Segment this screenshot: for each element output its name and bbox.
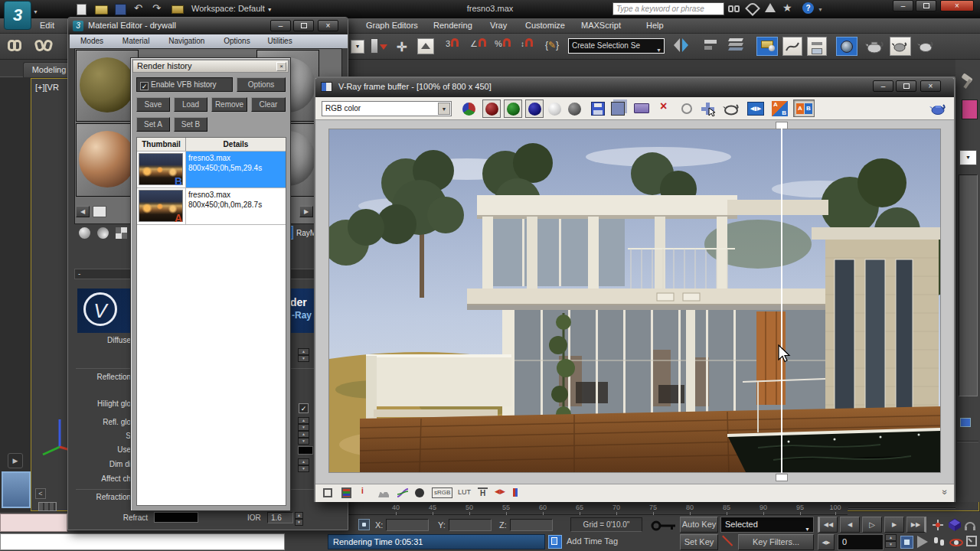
layers-stack-icon[interactable]	[729, 38, 743, 51]
vfb-close[interactable]: ×	[920, 80, 941, 92]
track-mouse-icon[interactable]	[681, 103, 692, 114]
srgb-icon[interactable]: sRGB	[432, 487, 452, 498]
slots-scroll-left[interactable]: ◀	[76, 206, 90, 217]
vfb-channel-dropdown[interactable]: RGB color▼	[322, 101, 452, 116]
named-selection-icon[interactable]: {✎}	[545, 40, 559, 51]
col-thumbnail[interactable]: Thumbnail	[137, 138, 186, 151]
add-time-tag[interactable]: Add Time Tag	[567, 536, 618, 546]
orbit-icon[interactable]	[949, 536, 963, 551]
search-input[interactable]: Type a keyword or phrase	[612, 2, 724, 15]
maxscript-listener-pink[interactable]	[0, 514, 67, 532]
menu-help[interactable]: Help	[646, 21, 664, 30]
me-menu-utilities[interactable]: Utilities	[267, 37, 292, 45]
dim-spinner[interactable]: ▲▼	[298, 458, 309, 472]
mirror-icon[interactable]	[674, 38, 688, 54]
region-render-teapot-icon[interactable]	[723, 102, 741, 117]
toolbar-dropdown-icon[interactable]: ▼	[351, 40, 364, 54]
menu-edit[interactable]: Edit	[40, 21, 54, 30]
color-curves-icon[interactable]	[397, 487, 409, 500]
material-editor-button[interactable]	[756, 37, 778, 56]
collapse-left-icon[interactable]: <	[35, 488, 46, 499]
select-and-place-icon[interactable]	[371, 38, 378, 54]
history-details[interactable]: fresno3.max800x450;0h,0m,28.7s	[186, 188, 286, 224]
help-icon[interactable]: ?	[802, 2, 814, 14]
viewport-layout-tab[interactable]	[2, 471, 31, 508]
key-filters-button[interactable]: Key Filters...	[738, 534, 814, 550]
rendered-frame-window-icon[interactable]	[865, 37, 885, 57]
stereo-arrows-icon[interactable]: ◀▶	[495, 487, 505, 495]
render-history-close[interactable]: ×	[276, 62, 286, 71]
color-swatch[interactable]	[962, 99, 978, 119]
y-field[interactable]	[449, 519, 492, 531]
set-key-red-icon[interactable]	[723, 536, 735, 548]
menu-graph-editors[interactable]: Graph Editors	[366, 21, 418, 30]
snaps-toggle-icon[interactable]: 3	[446, 38, 459, 48]
current-frame-field[interactable]: 0	[838, 534, 884, 550]
material-editor-maximize[interactable]	[293, 20, 314, 31]
spinner-snap-icon[interactable]: ↕	[521, 38, 533, 48]
undo-icon[interactable]: ↶	[134, 2, 142, 14]
slots-scroll-thumb[interactable]	[93, 206, 106, 217]
redo-icon[interactable]: ↷	[152, 2, 161, 14]
project-folder-icon[interactable]	[172, 5, 184, 14]
maximize-viewport-icon[interactable]	[966, 536, 977, 546]
history-options-button[interactable]: Options	[237, 77, 286, 92]
xyz-lock-icon[interactable]	[358, 519, 370, 530]
refract-color-swatch[interactable]	[154, 512, 198, 523]
maxscript-listener-white[interactable]	[0, 533, 285, 550]
rgb-channels-icon[interactable]	[462, 103, 475, 116]
ior-field[interactable]: 1.6	[267, 512, 293, 523]
menu-customize[interactable]: Customize	[525, 21, 565, 30]
play-button[interactable]: ▷	[862, 517, 882, 533]
panel-small-icon[interactable]	[960, 418, 971, 427]
select-link-icon[interactable]	[8, 40, 21, 53]
key-mode-toggle[interactable]: ◀▶	[818, 534, 835, 550]
channels-list-icon[interactable]	[341, 487, 351, 498]
angle-snap-icon[interactable]: ∠	[470, 38, 486, 49]
x-field[interactable]	[386, 519, 429, 531]
subdivs-spinner[interactable]: ▲▼	[298, 431, 309, 445]
save-image-icon[interactable]	[591, 102, 605, 116]
app-close-button[interactable]: ×	[940, 0, 974, 11]
alpha-channel-icon[interactable]	[548, 103, 561, 116]
help-dropdown-icon[interactable]: ▼	[818, 7, 823, 12]
utilities-hammer-icon[interactable]	[959, 72, 977, 92]
menu-maxscript[interactable]: MAXScript	[581, 21, 621, 30]
follow-mouse-icon[interactable]	[700, 101, 717, 118]
render-production-button[interactable]	[890, 37, 911, 56]
panel-listbox[interactable]	[959, 174, 978, 396]
select-and-move-icon[interactable]: ✛	[397, 40, 407, 54]
history-details-selected[interactable]: fresno3.max800x450;0h,5m,29.4s	[186, 152, 286, 187]
green-channel-button[interactable]	[504, 99, 522, 118]
me-tool-backlight-icon[interactable]	[97, 227, 109, 239]
me-tool-sphere-icon[interactable]	[79, 227, 90, 239]
render-setup-button[interactable]	[836, 37, 858, 56]
histogram-icon[interactable]	[378, 489, 389, 497]
history-load-button[interactable]: Load	[174, 97, 207, 112]
pixel-info-icon[interactable]: i	[361, 487, 364, 495]
history-row[interactable]: B fresno3.max800x450;0h,5m,29.4s	[137, 152, 286, 188]
viewport-cube-icon[interactable]	[948, 518, 962, 533]
time-config-icon[interactable]	[900, 536, 913, 549]
unlink-icon[interactable]	[35, 40, 52, 53]
favorites-star-icon[interactable]: ★	[782, 2, 792, 14]
glossiness-spinner[interactable]: ▲▼	[298, 417, 309, 431]
z-field[interactable]	[510, 519, 553, 531]
percent-snap-icon[interactable]: %	[495, 38, 511, 48]
material-sample-slot[interactable]	[76, 123, 139, 197]
viewport-label[interactable]: [+][VR	[35, 83, 59, 92]
zoom-extents-cone-icon[interactable]	[917, 536, 928, 548]
search-binoculars-icon[interactable]	[728, 5, 742, 14]
material-sample-slot[interactable]	[76, 50, 139, 122]
material-editor-close[interactable]: ×	[318, 20, 338, 31]
frame-spinner[interactable]: ▲▼	[885, 534, 897, 548]
schematic-view-button[interactable]	[807, 37, 827, 56]
me-menu-navigation[interactable]: Navigation	[168, 37, 204, 45]
enable-vfb-checkbox[interactable]: ✓	[140, 82, 149, 90]
set-key-button[interactable]: Set Key	[680, 534, 718, 550]
curve-editor-button[interactable]	[782, 37, 802, 56]
history-save-button[interactable]: Save	[136, 97, 170, 112]
satellite-icon[interactable]	[765, 3, 776, 12]
blue-channel-button[interactable]	[525, 99, 544, 118]
ior-spinner[interactable]: ▲▼	[295, 512, 303, 526]
